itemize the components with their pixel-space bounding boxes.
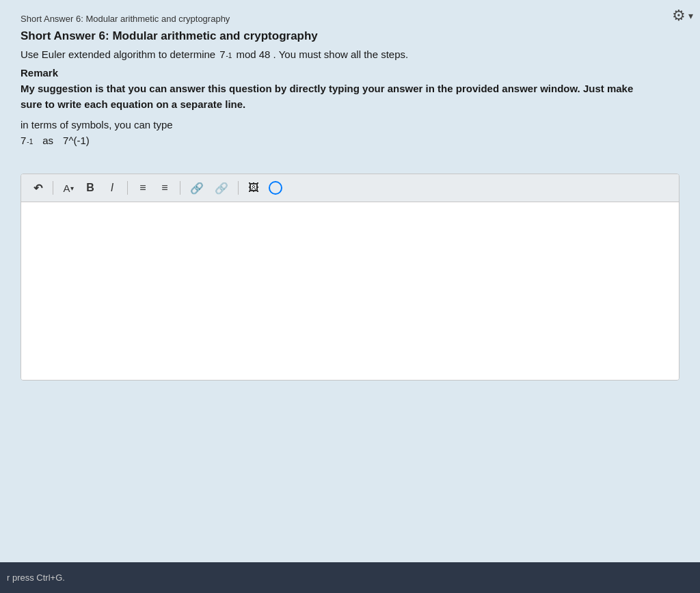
status-text: r press Ctrl+G. xyxy=(7,573,65,583)
undo-icon: ↶ xyxy=(33,182,42,195)
unlink-button[interactable]: 🔗 xyxy=(211,178,232,197)
italic-icon: I xyxy=(111,182,113,194)
symbols-intro: in terms of symbols, you can type xyxy=(21,119,679,130)
link-icon: 🔗 xyxy=(190,182,204,195)
undo-button[interactable]: ↶ xyxy=(28,178,47,197)
toolbar-separator-2 xyxy=(127,181,128,195)
gear-button[interactable]: ⚙ xyxy=(672,7,686,25)
numbered-list-icon: ≡ xyxy=(161,182,167,194)
math-expression: 7-1 xyxy=(219,49,232,60)
image-icon: 🖼 xyxy=(248,182,259,194)
page-title: Short Answer 6: Modular arithmetic and c… xyxy=(21,29,679,43)
remark-label: Remark xyxy=(21,67,679,79)
math-notation: 7-1 xyxy=(21,135,33,146)
bullet-list-button[interactable]: ≡ xyxy=(133,178,152,197)
image-button[interactable]: 🖼 xyxy=(244,178,263,197)
record-button[interactable] xyxy=(266,178,285,197)
bullet-list-icon: ≡ xyxy=(139,182,146,194)
answer-input[interactable] xyxy=(21,202,679,380)
breadcrumb: Short Answer 6: Modular arithmetic and c… xyxy=(21,14,679,24)
record-icon xyxy=(269,181,282,195)
numbered-list-button[interactable]: ≡ xyxy=(155,178,174,197)
font-icon: A xyxy=(63,182,70,194)
editor-container: ↶ A ▾ B I ≡ ≡ 🔗 🔗 xyxy=(21,174,679,381)
gear-icon: ⚙ xyxy=(672,7,686,25)
editor-toolbar: ↶ A ▾ B I ≡ ≡ 🔗 🔗 xyxy=(21,174,679,202)
unlink-icon: 🔗 xyxy=(215,182,228,195)
notation-line: 7-1 as 7^(-1) xyxy=(21,135,679,146)
bold-button[interactable]: B xyxy=(81,178,100,197)
font-button[interactable]: A ▾ xyxy=(59,178,78,197)
remark-text: My suggestion is that you can answer thi… xyxy=(21,81,649,112)
description-line: Use Euler extended algorithm to determin… xyxy=(21,49,679,60)
status-bar: r press Ctrl+G. xyxy=(0,562,700,593)
italic-button[interactable]: I xyxy=(103,178,122,197)
bold-icon: B xyxy=(86,182,94,194)
toolbar-separator-4 xyxy=(238,181,239,195)
toolbar-separator-1 xyxy=(53,181,53,195)
gear-dropdown-button[interactable]: ▾ xyxy=(688,10,693,21)
link-button[interactable]: 🔗 xyxy=(186,178,208,197)
main-content: Short Answer 6: Modular arithmetic and c… xyxy=(0,0,700,174)
toolbar-separator-3 xyxy=(180,181,180,195)
font-dropdown-arrow: ▾ xyxy=(70,184,74,192)
chevron-down-icon: ▾ xyxy=(688,10,693,21)
